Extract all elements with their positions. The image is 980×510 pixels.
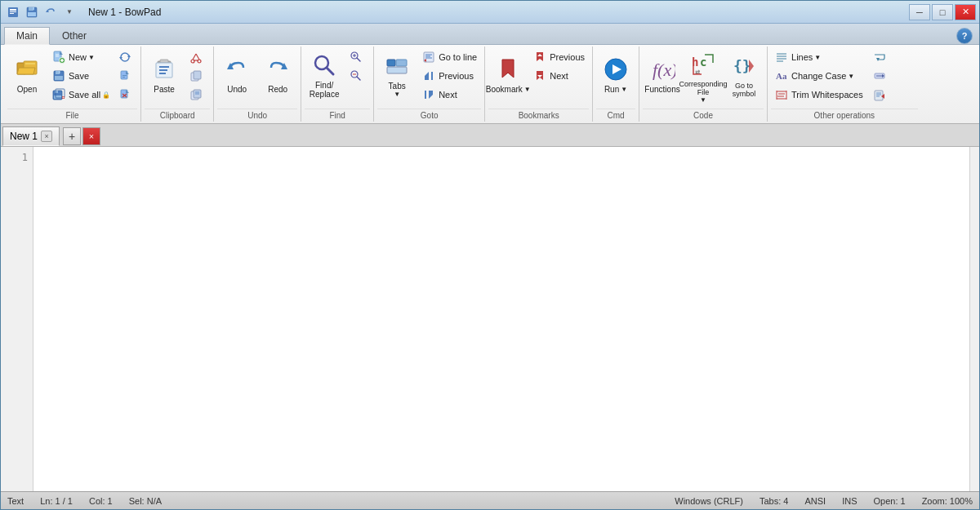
tabs-icon [384, 53, 410, 79]
tab-other[interactable]: Other [50, 26, 99, 44]
cut-button[interactable] [185, 48, 210, 66]
new-icon [52, 51, 65, 64]
status-open-label: Open: 1 [873, 496, 905, 506]
undo-button[interactable]: Undo [217, 48, 256, 102]
svg-marker-73 [425, 72, 429, 76]
editor-scrollbar[interactable] [969, 147, 979, 491]
svg-line-45 [193, 54, 196, 60]
lines-button[interactable]: Lines ▼ [771, 48, 867, 66]
editor-content[interactable] [33, 147, 969, 491]
qa-save-button[interactable] [23, 5, 41, 20]
svg-rect-42 [159, 73, 166, 74]
status-col: Col: 1 [89, 496, 113, 506]
titlebar-controls: ─ □ ✕ [909, 4, 976, 20]
status-bar: Text Ln: 1 / 1 Col: 1 Sel: N/A Windows (… [1, 491, 979, 509]
doc-tab-new1[interactable]: New 1 × [2, 126, 60, 146]
svg-rect-32 [122, 75, 127, 76]
goto-previous-button[interactable]: Previous [418, 67, 481, 85]
corresponding-label: CorrespondingFile [679, 80, 728, 96]
goto-line-icon [422, 51, 435, 64]
find-icon3-icon [350, 69, 363, 82]
qa-app-icon [4, 5, 22, 20]
new-label: New [69, 52, 87, 62]
tabs-button[interactable]: Tabs ▼ [377, 48, 416, 102]
format-button[interactable] [185, 86, 210, 104]
trim-icon [775, 88, 788, 101]
goto-next-button[interactable]: Next [418, 86, 481, 104]
redo-button[interactable]: Redo [258, 48, 297, 102]
help-button[interactable]: ? [956, 28, 973, 44]
main-window: ▼ New 1 - BowPad ─ □ ✕ Main Other ? [0, 0, 980, 510]
svg-line-46 [196, 54, 199, 60]
tab-close-all-button[interactable]: × [82, 127, 100, 145]
file-close-button[interactable] [116, 86, 137, 104]
qa-undo-button[interactable] [42, 5, 60, 20]
corresponding-button[interactable]: h c ⇄ CorrespondingFile ▼ [684, 48, 723, 107]
status-encoding: ANSI [804, 496, 826, 506]
reload-button[interactable] [116, 48, 137, 66]
paste-icon [151, 56, 177, 82]
change-case-arrow: ▼ [848, 73, 854, 80]
svg-line-63 [357, 77, 360, 80]
new-button[interactable]: New ▼ [48, 48, 114, 66]
qa-dropdown-button[interactable]: ▼ [60, 5, 78, 20]
copy-button[interactable] [185, 67, 210, 85]
doc-tab-close[interactable]: × [41, 131, 52, 142]
doc-tab-label: New 1 [10, 131, 38, 142]
file-icon2[interactable] [116, 67, 137, 85]
ribbon-group-bookmarks: Bookmark ▼ Previous [485, 47, 593, 122]
maximize-button[interactable]: □ [932, 4, 953, 20]
file-refresh-col [116, 48, 137, 104]
find-icon2-button[interactable] [345, 48, 370, 66]
bm-previous-button[interactable]: Previous [529, 48, 589, 66]
svg-rect-75 [431, 72, 433, 80]
open-button[interactable]: Open [7, 48, 47, 102]
bookmark-button[interactable]: Bookmark ▼ [488, 48, 528, 102]
other-group-items: Lines ▼ Aa Change Case ▼ [771, 48, 918, 107]
tabs-arrow: ▼ [394, 91, 400, 98]
find-icon3-button[interactable] [345, 67, 370, 85]
goto-line-button[interactable]: Go to line [418, 48, 481, 66]
save-all-icon [52, 88, 65, 101]
status-zoom: Zoom: 100% [922, 496, 973, 506]
svg-rect-65 [387, 60, 395, 66]
status-line-endings: Windows (CRLF) [675, 496, 743, 506]
ribbon-group-file: Open [4, 47, 141, 122]
redo-label: Redo [268, 85, 287, 94]
misc-button3[interactable] [869, 86, 918, 104]
trim-whitespaces-button[interactable]: Trim Whitespaces [771, 86, 867, 104]
find-replace-label: Find/ Replace [310, 81, 340, 99]
run-arrow: ▼ [621, 86, 627, 93]
tab-main[interactable]: Main [4, 27, 50, 45]
find-replace-button[interactable]: Find/ Replace [305, 48, 344, 102]
wrap-button[interactable] [869, 48, 918, 66]
svg-rect-33 [122, 77, 125, 78]
save-all-button[interactable]: Save all 🔒 [48, 86, 114, 104]
svg-rect-3 [10, 13, 14, 14]
status-position-label: Ln: 1 / 1 [40, 496, 73, 506]
functions-button[interactable]: f(x) Functions [643, 48, 682, 102]
save-button[interactable]: Save [48, 67, 114, 85]
misc-button2[interactable] [869, 67, 918, 85]
status-ins: INS [842, 496, 857, 506]
bookmark-label: Bookmark [486, 85, 523, 94]
tab-add-button[interactable]: + [63, 127, 81, 145]
redo-icon [265, 56, 291, 82]
svg-rect-23 [55, 91, 58, 93]
minimize-button[interactable]: ─ [909, 4, 930, 20]
change-case-button[interactable]: Aa Change Case ▼ [771, 67, 867, 85]
goto-symbol-button[interactable]: {} Go tosymbol [724, 48, 764, 102]
ribbon: Main Other ? [1, 24, 979, 124]
copy-icon [189, 69, 203, 82]
file-small-col: New ▼ [48, 48, 114, 104]
bm-previous-label: Previous [550, 52, 585, 62]
close-button[interactable]: ✕ [955, 4, 976, 20]
other-small-col2 [869, 48, 918, 104]
goto-previous-icon [422, 69, 435, 82]
ribbon-group-goto: Tabs ▼ [374, 47, 485, 122]
paste-button[interactable]: Paste [145, 48, 184, 102]
bm-next-button[interactable]: Next [529, 67, 589, 85]
run-icon [603, 56, 629, 82]
run-button[interactable]: Run ▼ [596, 48, 635, 102]
status-ins-label: INS [842, 496, 857, 506]
